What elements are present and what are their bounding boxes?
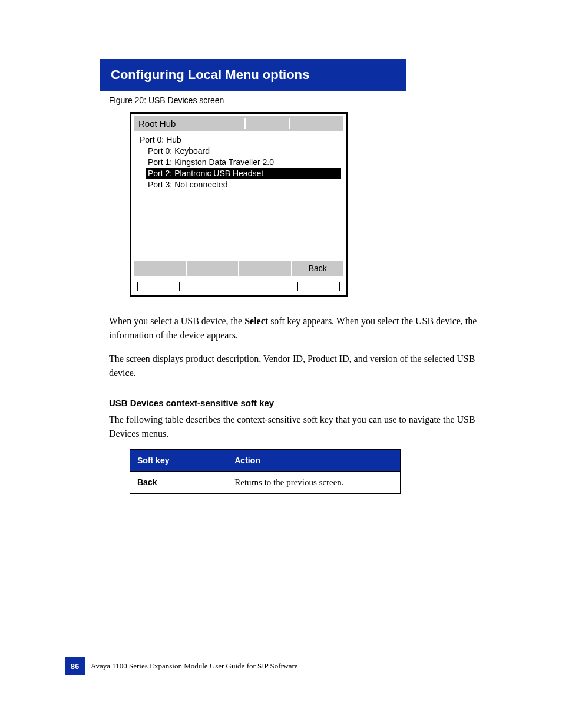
table-row: Back Returns to the previous screen. (130, 472, 401, 494)
softkey[interactable] (186, 261, 239, 276)
hardware-button[interactable] (297, 282, 340, 291)
body-paragraph: The following table describes the contex… (109, 413, 480, 441)
page-number: 86 (65, 657, 85, 675)
list-item[interactable]: Port 1: Kingston Data Traveller 2.0 (136, 157, 341, 168)
list-item[interactable]: Port 3: Not connected (136, 179, 341, 190)
screen-title-bar: Root Hub (134, 116, 343, 131)
paragraph-text: When you select a USB device, the (109, 316, 244, 326)
list-item[interactable]: Port 0: Keyboard (136, 146, 341, 157)
list-item[interactable]: Port 0: Hub (136, 134, 341, 146)
softkey-bar: Back (134, 261, 343, 276)
table-cell-key: Back (130, 472, 227, 494)
table-cell-value: Returns to the previous screen. (227, 472, 401, 494)
screen-title: Root Hub (138, 118, 246, 129)
screen-title-seg (294, 118, 335, 129)
hardware-button[interactable] (137, 282, 180, 291)
body-paragraph: The screen displays product description,… (109, 352, 480, 380)
body-paragraph: When you select a USB device, the Select… (109, 314, 480, 342)
screen-title-seg (249, 118, 290, 129)
inline-bold: Select (244, 316, 268, 326)
softkey[interactable] (134, 261, 186, 276)
footer-text: Avaya 1100 Series Expansion Module User … (91, 661, 298, 671)
table-header: Soft key (130, 450, 227, 472)
hardware-button[interactable] (191, 282, 233, 291)
table-section-heading: USB Devices context-sensitive soft key (109, 398, 497, 408)
softkey-table: Soft key Action Back Returns to the prev… (130, 449, 401, 494)
table-header: Action (227, 450, 401, 472)
hardware-button[interactable] (244, 282, 286, 291)
list-item-selected[interactable]: Port 2: Plantronic USB Headset (146, 168, 341, 179)
hardware-button-row (134, 276, 343, 292)
device-screen: Root Hub Port 0: Hub Port 0: Keyboard Po… (130, 112, 348, 297)
figure-caption: Figure 20: USB Devices screen (109, 95, 497, 105)
softkey-back[interactable]: Back (291, 261, 344, 276)
softkey[interactable] (238, 261, 291, 276)
device-list: Port 0: Hub Port 0: Keyboard Port 1: Kin… (134, 131, 343, 261)
page-footer: 86 Avaya 1100 Series Expansion Module Us… (65, 657, 298, 675)
section-heading: Configuring Local Menu options (100, 59, 406, 91)
